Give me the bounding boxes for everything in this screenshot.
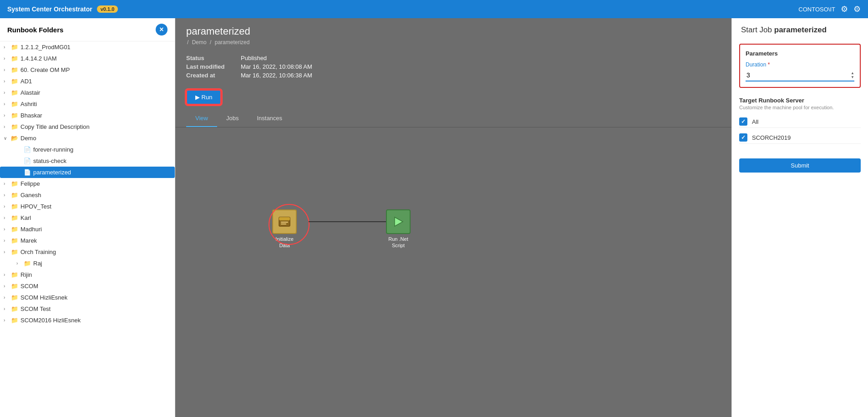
sidebar-item-alastair[interactable]: › 📁 Alastair [0, 87, 175, 98]
node-initialize-data[interactable]: InitializeData [266, 209, 303, 249]
spinner-down-icon[interactable]: ▼ [851, 75, 854, 79]
duration-label: Duration * [746, 61, 854, 68]
sidebar-tree: › 📁 1.2.1.2_ProdMG01 › 📁 1.4.14.2 UAM › … [0, 41, 175, 417]
tabs-bar: View Jobs Instances [175, 110, 731, 127]
sidebar-item-madhuri[interactable]: › 📁 Madhuri [0, 224, 175, 235]
chevron-icon: › [4, 56, 11, 61]
chevron-icon: › [4, 79, 11, 84]
chevron-icon: › [4, 90, 11, 95]
checkbox-all[interactable] [739, 117, 747, 126]
sidebar-item-scom2016[interactable]: › 📁 SCOM2016 HizliEsnek [0, 315, 175, 326]
right-panel: Start Job parameterized Parameters Durat… [731, 18, 868, 417]
sidebar-item-felippe[interactable]: › 📁 Felippe [0, 178, 175, 189]
chevron-icon: › [4, 318, 11, 323]
tab-jobs[interactable]: Jobs [217, 110, 248, 127]
sidebar-item-copytitle[interactable]: › 📁 Copy Title and Description [0, 121, 175, 132]
sidebar-item-marek[interactable]: › 📁 Marek [0, 235, 175, 246]
spinner-control[interactable]: ▲ ▼ [851, 71, 854, 79]
node-icon-run-net [386, 209, 411, 234]
folder-icon: 📁 [11, 271, 18, 278]
sidebar-item-label: Ashriti [20, 101, 37, 107]
last-modified-label: Last modified [186, 63, 241, 70]
folder-icon: 📁 [11, 283, 18, 290]
chevron-icon: › [4, 215, 11, 220]
folder-icon: 📁 [11, 249, 18, 255]
sidebar-item-ashriti[interactable]: › 📁 Ashriti [0, 98, 175, 110]
settings-icon[interactable]: ⚙ [841, 4, 848, 14]
folder-icon: 📁 [24, 260, 31, 267]
duration-input[interactable] [746, 70, 851, 81]
last-modified-row: Last modified Mar 16, 2022, 10:08:08 AM [186, 63, 721, 70]
sidebar-item-label: status-check [33, 158, 66, 164]
sidebar-item-label: Karl [20, 214, 31, 221]
folder-icon: 📁 [11, 226, 18, 233]
sidebar-close-button[interactable]: × [156, 24, 168, 36]
panel-runbook-name: parameterized [774, 25, 827, 34]
sidebar-item-orch[interactable]: › 📁 Orch Training [0, 246, 175, 258]
run-button[interactable]: ▶ Run [186, 90, 221, 105]
chevron-icon: › [4, 113, 11, 118]
folder-icon: 📁 [11, 123, 18, 130]
tab-instances[interactable]: Instances [248, 110, 291, 127]
folder-icon: 📁 [11, 305, 18, 312]
chevron-icon: › [4, 272, 11, 277]
sidebar-item-scom-test[interactable]: › 📁 SCOM Test [0, 303, 175, 315]
header-right: CONTOSO\IT ⚙ ⚙ [798, 4, 861, 14]
checkbox-all-row[interactable]: All [739, 116, 861, 128]
folder-icon: 📁 [11, 66, 18, 73]
gear-icon[interactable]: ⚙ [853, 4, 861, 14]
sidebar-item-label: parameterized [33, 169, 71, 176]
folder-icon: 📁 [11, 44, 18, 51]
sidebar-item-label: Bhaskar [20, 112, 42, 119]
sidebar-item-label: forever-running [33, 146, 73, 153]
spinner-up-icon[interactable]: ▲ [851, 71, 854, 75]
chevron-icon: › [4, 284, 11, 289]
sidebar-item-60[interactable]: › 📁 60. Create OM MP [0, 64, 175, 76]
folder-icon: 📁 [11, 203, 18, 210]
sidebar-item-karl[interactable]: › 📁 Karl [0, 212, 175, 224]
sidebar-item-1212[interactable]: › 📁 1.2.1.2_ProdMG01 [0, 41, 175, 53]
run-section: ▶ Run [175, 86, 731, 110]
folder-icon: 📁 [11, 237, 18, 244]
sidebar-title: Runbook Folders [7, 26, 156, 34]
sidebar-item-label: SCOM Test [20, 305, 51, 312]
checkbox-scorch2019[interactable] [739, 133, 747, 142]
sidebar-item-label: Rijin [20, 271, 32, 278]
sidebar-item-demo[interactable]: ∨ 📂 Demo [0, 132, 175, 144]
tab-view[interactable]: View [186, 110, 217, 127]
panel-header: Start Job parameterized [732, 18, 868, 40]
chevron-icon: › [4, 204, 11, 209]
sidebar-item-rijin[interactable]: › 📁 Rijin [0, 269, 175, 280]
folder-icon: 📁 [11, 214, 18, 221]
sidebar-item-ad1[interactable]: › 📁 AD1 [0, 76, 175, 87]
sidebar-item-scom[interactable]: › 📁 SCOM [0, 280, 175, 292]
sidebar-item-bhaskar[interactable]: › 📁 Bhaskar [0, 110, 175, 121]
sidebar-item-forever-running[interactable]: 📄 forever-running [0, 144, 175, 155]
folder-icon: 📁 [11, 112, 18, 119]
sidebar-item-label: Orch Training [20, 249, 56, 255]
app-header: System Center Orchestrator v0.1.0 CONTOS… [0, 0, 868, 18]
chevron-icon: › [4, 124, 11, 129]
svg-marker-4 [395, 217, 403, 226]
folder-icon: 📁 [11, 78, 18, 85]
checkbox-scorch2019-label: SCORCH2019 [752, 134, 791, 141]
sidebar-item-raj[interactable]: › 📁 Raj [0, 258, 175, 269]
folder-icon: 📁 [11, 101, 18, 107]
sidebar-item-1414[interactable]: › 📁 1.4.14.2 UAM [0, 53, 175, 64]
sidebar-item-status-check[interactable]: 📄 status-check [0, 155, 175, 167]
node-run-net-script[interactable]: Run .NetScript [380, 209, 416, 249]
checkbox-scorch-row[interactable]: SCORCH2019 [739, 132, 861, 144]
sidebar-item-label: Madhuri [20, 226, 42, 233]
sidebar-item-parameterized[interactable]: 📄 parameterized [0, 167, 175, 178]
parameters-section: Parameters Duration * ▲ ▼ [739, 44, 861, 88]
sidebar-item-ganesh[interactable]: › 📁 Ganesh [0, 189, 175, 201]
submit-button[interactable]: Submit [739, 158, 861, 173]
created-at-row: Created at Mar 16, 2022, 10:06:38 AM [186, 72, 721, 79]
sidebar-item-label: Copy Title and Description [20, 123, 90, 130]
sidebar-item-scom-hizli[interactable]: › 📁 SCOM HizliEsnek [0, 292, 175, 303]
chevron-icon: › [4, 193, 11, 198]
duration-input-row[interactable]: ▲ ▼ [746, 70, 854, 81]
breadcrumb: / Demo / parameterized [186, 39, 721, 46]
sidebar: Runbook Folders × › 📁 1.2.1.2_ProdMG01 ›… [0, 18, 175, 417]
sidebar-item-hpov[interactable]: › 📁 HPOV_Test [0, 201, 175, 212]
